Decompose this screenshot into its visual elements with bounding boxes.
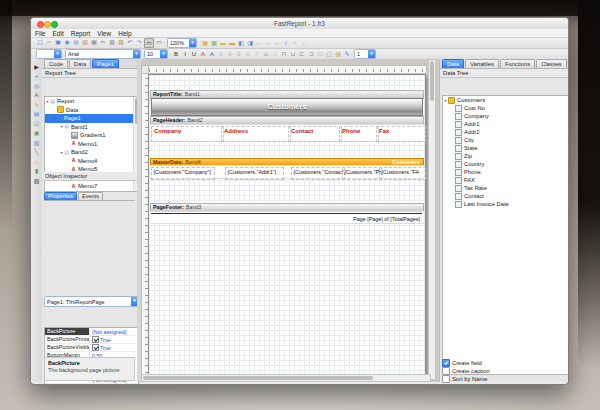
format-painter-icon[interactable]: ✎ [33,101,41,109]
data-tree-item[interactable]: Addr2 [443,128,569,136]
data-tree-item[interactable]: Zip [443,152,569,160]
frame-bottom-icon[interactable]: ⊔ [289,50,297,58]
checkbox-icon[interactable] [442,359,450,367]
data-tree-item[interactable]: FAX [443,176,569,184]
checkbox-icon[interactable] [92,336,99,343]
frame-left-icon[interactable]: ⊏ [298,50,306,58]
align-left-icon[interactable]: ≡ [217,50,225,58]
tab-page1[interactable]: Page1 [92,59,119,68]
report-tree-item[interactable]: Page1 [45,114,138,123]
preview-icon[interactable]: ◉ [63,38,71,46]
same-width-icon[interactable]: ↔ [273,39,281,47]
page-number-memo[interactable]: Page [Page] of [TotalPages] [151,213,422,225]
barcode-object-icon[interactable]: ▥ [33,177,41,185]
frame-all-icon[interactable]: □ [316,50,324,58]
property-row[interactable]: BackPicturePrintable True [45,336,138,344]
tab-data[interactable]: Data [69,59,91,68]
space-horizontally-icon[interactable]: ↑ [291,39,299,47]
line-object-icon[interactable]: ╲ [33,148,41,156]
align-justify-icon[interactable]: ≡ [244,50,252,58]
undo-icon[interactable]: ↶ [126,38,134,46]
style-select[interactable]: ▼ [36,49,62,59]
report-tree-item[interactable]: Memo7 [45,182,138,191]
data-tree-item[interactable]: City [443,136,569,144]
text-object-icon[interactable]: A [33,91,41,99]
save-report-icon[interactable]: ▣ [54,38,62,46]
chevron-down-icon[interactable]: ▼ [160,50,167,58]
report-tree-item[interactable]: Band2 [45,148,138,157]
cut-icon[interactable]: ✂ [99,38,107,46]
menu-item[interactable]: Report [71,30,91,37]
copy-icon[interactable]: ▧ [108,38,116,46]
chevron-down-icon[interactable]: ▼ [54,50,61,58]
master-data-band[interactable]: [Customers."Company"][Customers."Addr1"]… [150,165,424,179]
column-header-memo[interactable]: Address [221,126,291,142]
menu-item[interactable]: Help [118,30,131,37]
data-tree-item[interactable]: Country [443,160,569,168]
align-top-icon[interactable]: ⊤ [253,50,261,58]
align-left-edges-icon[interactable]: ← [255,39,263,47]
underline-icon[interactable]: U [190,50,198,58]
design-horizontal-scrollbar[interactable] [141,374,431,382]
tab-data-tree[interactable]: Data [442,59,464,68]
italic-icon[interactable]: I [181,50,189,58]
option-row[interactable]: Create caption [442,367,567,375]
zoom-tool-icon[interactable]: ◎ [33,82,41,90]
data-tree-item[interactable]: Last Invoice Date [443,200,569,208]
tab-properties[interactable]: Properties [44,192,77,200]
insert-band-icon[interactable]: ▬ [219,39,227,47]
show-grid-icon[interactable]: ▦ [201,39,209,47]
frame-top-icon[interactable]: ⊓ [280,50,288,58]
page-footer-band[interactable]: Page [Page] of [TotalPages] [150,211,424,224]
zoom-select[interactable]: 120% ▼ [167,38,197,48]
shape-object-icon[interactable]: ◇ [33,158,41,166]
frame-right-icon[interactable]: ⊐ [307,50,315,58]
picture-object-icon[interactable]: ▣ [33,129,41,137]
report-tree-item[interactable]: Gradient1 [45,131,138,140]
open-report-icon[interactable]: ▱ [45,38,53,46]
bold-icon[interactable]: B [172,50,180,58]
design-vertical-scrollbar[interactable] [428,59,436,380]
page-settings-icon[interactable]: ▦ [90,38,98,46]
menu-item[interactable]: File [35,30,45,37]
tab-classes[interactable]: Classes [536,59,567,68]
page-header-band[interactable]: CompanyAddressContactPhoneFax [150,124,424,142]
align-to-grid-icon[interactable]: ▦ [210,39,218,47]
align-right-icon[interactable]: ≡ [235,50,243,58]
select-mode-icon[interactable]: ▭ [144,38,154,48]
hand-tool-icon[interactable]: + [33,72,41,80]
frame-none-icon[interactable]: ▢ [325,50,333,58]
data-field-memo[interactable]: [Customers."FA [379,167,426,181]
data-tree-item[interactable]: Company [443,112,569,120]
report-tree-item[interactable]: Report [45,97,138,106]
checkbox-object-icon[interactable]: ☑ [33,120,41,128]
option-row[interactable]: Create field [442,359,567,367]
new-report-icon[interactable]: ▢ [36,38,44,46]
data-field-memo[interactable]: [Customers."Ph [342,167,382,181]
font-family-select[interactable]: Arial ▼ [65,49,141,59]
checkbox-icon[interactable] [92,344,99,351]
tab-events[interactable]: Events [78,192,103,200]
report-tree-item[interactable]: Memo4 [45,157,138,166]
align-middle-icon[interactable]: ⊟ [262,50,270,58]
same-height-icon[interactable]: ↕ [282,39,290,47]
subreport-object-icon[interactable]: ▧ [33,139,41,147]
checkbox-icon[interactable] [442,367,450,375]
data-field-memo[interactable]: [Customers."Company"] [151,167,215,181]
gradient-object[interactable]: Customers [151,98,423,116]
property-row[interactable]: Duplex dmNone [45,384,138,385]
tab-variables[interactable]: Variables [465,59,499,68]
band-object-icon[interactable]: ▤ [33,110,41,118]
align-center-icon[interactable]: ≡ [226,50,234,58]
align-bottom-icon[interactable]: ⊥ [271,50,279,58]
fill-color-icon[interactable]: ▨ [334,50,342,58]
menu-item[interactable]: View [97,30,111,37]
property-row[interactable]: BackPictureVisible True [45,344,138,352]
column-header-memo[interactable]: Company [151,126,224,142]
column-header-memo[interactable]: Phone [339,126,379,142]
new-page-icon[interactable]: ▤ [72,38,80,46]
frame-color-icon[interactable]: ✎ [343,50,351,58]
font-color-icon[interactable]: A [199,50,207,58]
data-tree-item[interactable]: Contact [443,192,569,200]
bring-to-front-icon[interactable]: ◧ [237,39,245,47]
